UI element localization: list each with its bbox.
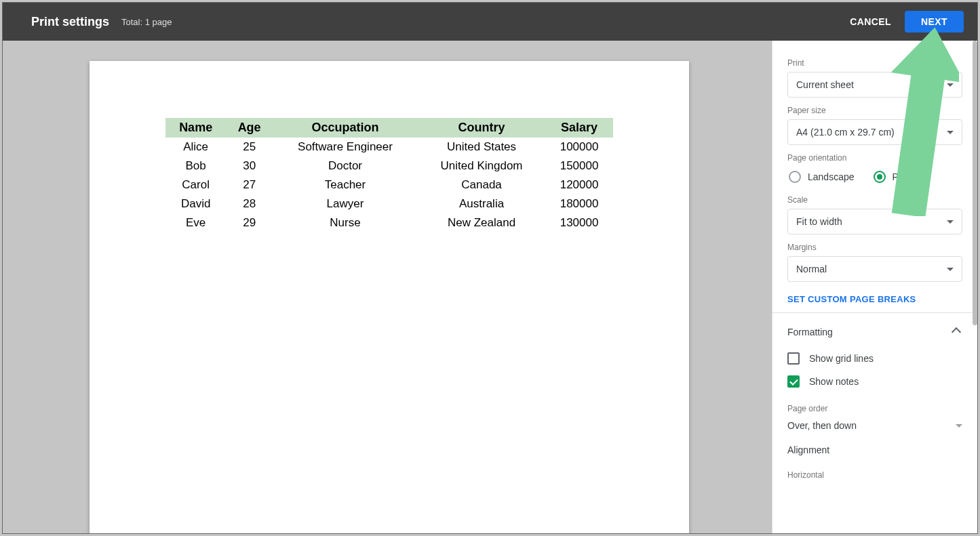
page-title: Print settings — [31, 15, 109, 29]
formatting-label: Formatting — [787, 327, 833, 337]
scrollbar-thumb[interactable] — [973, 41, 977, 325]
scale-label: Scale — [787, 195, 962, 205]
orientation-landscape-label: Landscape — [808, 171, 855, 182]
table-cell: 120000 — [545, 176, 613, 194]
table-header: Occupation — [273, 118, 418, 138]
table-row: Carol27TeacherCanada120000 — [165, 176, 613, 194]
scale-select[interactable]: Fit to width — [787, 209, 962, 234]
table-cell: 30 — [226, 157, 273, 176]
table-row: Bob30DoctorUnited Kingdom150000 — [165, 157, 613, 176]
page-order-value: Over, then down — [787, 420, 857, 431]
paper-size-select[interactable]: A4 (21.0 cm x 29.7 cm) — [787, 119, 962, 145]
page-total: Total: 1 page — [121, 17, 172, 27]
checkbox-icon — [787, 352, 800, 365]
table-cell: Teacher — [273, 176, 418, 194]
chevron-down-icon — [947, 83, 954, 87]
table-cell: 27 — [226, 176, 273, 194]
custom-page-breaks-link[interactable]: SET CUSTOM PAGE BREAKS — [787, 294, 962, 304]
formatting-section-toggle[interactable]: Formatting — [787, 323, 962, 347]
table-cell: New Zealand — [418, 213, 545, 232]
alignment-label: Alignment — [787, 440, 962, 462]
orientation-label: Page orientation — [787, 153, 962, 163]
table-cell: Carol — [165, 176, 226, 194]
show-gridlines-checkbox[interactable]: Show grid lines — [787, 347, 962, 370]
table-header: Salary — [545, 118, 613, 138]
margins-select[interactable]: Normal — [787, 256, 962, 282]
table-cell: Bob — [165, 157, 226, 176]
orientation-portrait-label: Portrait — [893, 171, 923, 182]
table-cell: Lawyer — [273, 194, 418, 213]
table-cell: United States — [418, 138, 545, 157]
table-row: David28LawyerAustralia180000 — [165, 194, 613, 213]
table-cell: 25 — [226, 138, 273, 157]
table-cell: 130000 — [545, 213, 613, 232]
chevron-down-icon — [956, 424, 962, 428]
page-order-select[interactable]: Over, then down — [787, 417, 962, 440]
preview-area: NameAgeOccupationCountrySalary Alice25So… — [3, 41, 770, 533]
table-cell: Software Engineer — [273, 138, 418, 157]
checkbox-icon — [787, 375, 800, 388]
header-bar: Print settings Total: 1 page CANCEL NEXT — [3, 3, 977, 41]
show-notes-label: Show notes — [809, 376, 859, 387]
chevron-down-icon — [947, 268, 954, 271]
table-cell: Eve — [165, 213, 226, 232]
page-preview: NameAgeOccupationCountrySalary Alice25So… — [90, 61, 689, 533]
radio-icon — [874, 171, 886, 183]
chevron-up-icon — [952, 327, 961, 337]
table-row: Alice25Software EngineerUnited States100… — [165, 138, 613, 157]
table-cell: 100000 — [545, 138, 613, 157]
table-cell: Nurse — [273, 213, 418, 232]
table-cell: 28 — [226, 194, 273, 213]
radio-icon — [789, 171, 801, 183]
table-cell: 29 — [226, 213, 273, 232]
paper-size-label: Paper size — [787, 106, 962, 115]
margins-label: Margins — [787, 243, 962, 252]
table-header: Country — [418, 118, 545, 138]
table-cell: David — [165, 194, 226, 213]
table-cell: 150000 — [545, 157, 613, 176]
table-cell: 180000 — [545, 194, 613, 213]
show-notes-checkbox[interactable]: Show notes — [787, 370, 962, 393]
settings-sidebar: Print Current sheet Paper size A4 (21.0 … — [772, 41, 977, 533]
chevron-down-icon — [947, 131, 954, 134]
show-gridlines-label: Show grid lines — [809, 353, 874, 364]
data-table: NameAgeOccupationCountrySalary Alice25So… — [165, 118, 613, 232]
table-cell: United Kingdom — [418, 157, 545, 176]
table-header: Name — [165, 118, 226, 138]
cancel-button[interactable]: CANCEL — [850, 16, 891, 27]
orientation-portrait-radio[interactable]: Portrait — [874, 171, 923, 183]
paper-size-value: A4 (21.0 cm x 29.7 cm) — [796, 127, 895, 138]
table-cell: Doctor — [273, 157, 418, 176]
scale-value: Fit to width — [796, 216, 842, 227]
divider — [772, 312, 977, 313]
print-select[interactable]: Current sheet — [787, 72, 962, 98]
table-header: Age — [226, 118, 273, 138]
page-order-label: Page order — [787, 404, 962, 413]
print-value: Current sheet — [796, 79, 854, 90]
table-cell: Alice — [165, 138, 226, 157]
horizontal-label: Horizontal — [787, 470, 962, 480]
table-row: Eve29NurseNew Zealand130000 — [165, 213, 613, 232]
chevron-down-icon — [947, 220, 954, 224]
margins-value: Normal — [796, 264, 827, 274]
table-cell: Canada — [418, 176, 545, 194]
table-cell: Australia — [418, 194, 545, 213]
print-label: Print — [787, 58, 962, 68]
orientation-landscape-radio[interactable]: Landscape — [789, 171, 855, 183]
next-button[interactable]: NEXT — [905, 11, 964, 33]
